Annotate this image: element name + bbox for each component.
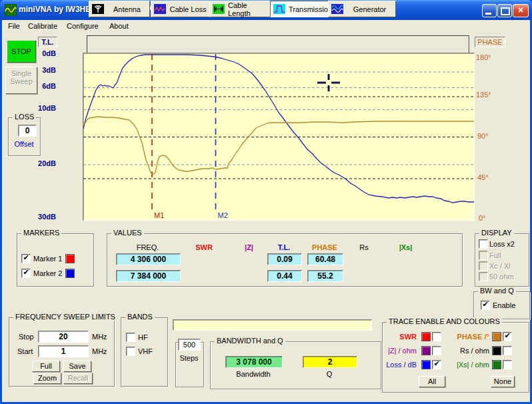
fifty-ohm-checkbox bbox=[479, 272, 488, 281]
chart-canvas: M1M2 bbox=[83, 53, 474, 220]
trace-rs-checkbox[interactable] bbox=[503, 346, 512, 355]
trace-loss-swatch[interactable] bbox=[421, 360, 431, 369]
trace-all-button[interactable]: All bbox=[419, 376, 445, 387]
loss-x2-checkbox[interactable] bbox=[479, 239, 488, 249]
save-button[interactable]: Save bbox=[63, 361, 91, 372]
phase-tick-180: 180° bbox=[476, 53, 500, 61]
tl-tick-10db: 10dB bbox=[29, 104, 56, 112]
start-freq-input[interactable]: 1 bbox=[38, 345, 89, 357]
steps-label: Steps bbox=[175, 354, 203, 362]
xc-xl-checkbox bbox=[479, 261, 488, 271]
tab-transmission[interactable]: Transmission bbox=[270, 1, 333, 17]
tab-cable-length-label: Cable Length bbox=[228, 1, 267, 17]
marker2-phase-field: 55.2 bbox=[307, 270, 343, 282]
trace-z-checkbox[interactable] bbox=[432, 346, 441, 355]
trace-xs-checkbox[interactable] bbox=[503, 360, 512, 369]
recall-button[interactable]: Recall bbox=[63, 373, 93, 384]
trace-phase-checkbox[interactable] bbox=[503, 332, 512, 341]
trace-xs-label: |Xs| / ohm bbox=[449, 361, 489, 369]
marker1-phase-field: 60.48 bbox=[307, 253, 343, 265]
tab-generator-label: Generator bbox=[353, 5, 387, 13]
phase-axis-title: PHASE bbox=[475, 37, 505, 47]
trace-loss-checkbox[interactable] bbox=[432, 360, 441, 369]
bandwidth-group-title: BANDWIDTH and Q bbox=[215, 337, 285, 345]
bandwidth-label: Bandwidth bbox=[225, 370, 281, 378]
trace-phase-swatch[interactable] bbox=[492, 332, 501, 341]
menu-file[interactable]: File bbox=[5, 21, 23, 31]
bandwidth-field: 3 078 000 bbox=[225, 356, 283, 368]
values-header-swr: SWR bbox=[187, 243, 221, 251]
trace-swr-swatch[interactable] bbox=[421, 332, 431, 341]
trace-z-swatch[interactable] bbox=[421, 346, 431, 355]
sweep-chart[interactable]: M1M2 bbox=[83, 53, 475, 221]
trace-phase-label: PHASE /° bbox=[449, 333, 489, 341]
sweep-limits-group: FREQUENCY SWEEP LIMITS Stop 20 MHz Start… bbox=[9, 317, 115, 387]
message-field[interactable] bbox=[173, 319, 372, 331]
start-label: Start bbox=[17, 347, 33, 355]
vhf-label: VHF bbox=[138, 347, 153, 355]
full-checkbox bbox=[479, 251, 488, 260]
loss-group: LOSS 0 Offset bbox=[8, 117, 41, 156]
menu-bar: File Calibrate Configure About bbox=[2, 20, 530, 31]
trace-group: TRACE ENABLE AND COLOURS SWR PHASE /° |Z… bbox=[382, 322, 529, 393]
values-group-title: VALUES bbox=[111, 229, 144, 237]
marker2-checkbox[interactable] bbox=[21, 269, 31, 278]
phase-tick-0: 0° bbox=[479, 214, 503, 222]
marker2-label: Marker 2 bbox=[33, 269, 62, 277]
menu-calibrate[interactable]: Calibrate bbox=[25, 21, 60, 31]
minimize-button[interactable] bbox=[482, 4, 497, 17]
tab-antenna[interactable]: Antenna bbox=[89, 1, 150, 17]
minivna-window: miniVNA by IW3HEV & IW3IJZ - 2 Port - RS… bbox=[0, 0, 532, 404]
trace-group-title: TRACE ENABLE AND COLOURS bbox=[387, 317, 502, 325]
sweep-limits-title: FREQUENCY SWEEP LIMITS bbox=[13, 313, 117, 321]
tl-tick-3db: 3dB bbox=[29, 66, 56, 74]
tl-axis-title: T.L. bbox=[38, 37, 57, 47]
marker1-freq-field[interactable]: 4 306 000 bbox=[116, 253, 181, 265]
values-group: VALUES FREQ. SWR |Z| T.L. PHASE Rs |Xs| … bbox=[107, 233, 463, 287]
loss-offset-label: Offset bbox=[9, 140, 39, 148]
full-span-button[interactable]: Full bbox=[32, 361, 60, 372]
steps-input[interactable]: 500 bbox=[178, 339, 201, 351]
values-header-phase: PHASE bbox=[307, 243, 342, 251]
minimize-icon bbox=[485, 13, 491, 15]
zoom-button[interactable]: Zoom bbox=[33, 373, 61, 384]
trace-swr-checkbox[interactable] bbox=[432, 332, 441, 341]
phase-tick-45: 45° bbox=[477, 173, 501, 181]
markers-group-title: MARKERS bbox=[21, 229, 61, 237]
generator-icon bbox=[331, 4, 343, 14]
maximize-button[interactable] bbox=[497, 4, 512, 17]
menu-configure[interactable]: Configure bbox=[64, 21, 101, 31]
menu-about[interactable]: About bbox=[107, 21, 131, 31]
stop-freq-input[interactable]: 20 bbox=[38, 331, 89, 343]
marker2-freq-field[interactable]: 7 384 000 bbox=[116, 270, 181, 282]
bwq-group-title: BW and Q bbox=[478, 287, 516, 295]
fifty-ohm-label: 50 ohm bbox=[489, 273, 514, 281]
trace-rs-swatch[interactable] bbox=[492, 346, 501, 355]
q-label: Q bbox=[303, 370, 356, 378]
tab-generator[interactable]: Generator bbox=[328, 1, 396, 17]
vhf-checkbox[interactable] bbox=[126, 347, 135, 356]
loss-x2-label: Loss x2 bbox=[489, 240, 515, 248]
trace-swr-label: SWR bbox=[383, 333, 417, 341]
loss-offset-input[interactable]: 0 bbox=[18, 125, 37, 137]
tab-cable-length[interactable]: Cable Length bbox=[209, 1, 271, 17]
trace-none-button[interactable]: None bbox=[491, 376, 515, 387]
maximize-icon bbox=[501, 7, 510, 15]
tab-cable-loss[interactable]: Cable Loss bbox=[151, 1, 210, 17]
stop-unit-label: MHz bbox=[92, 333, 107, 341]
bwq-enable-checkbox[interactable] bbox=[481, 301, 490, 310]
tl-tick-30db: 30dB bbox=[29, 213, 56, 221]
app-icon bbox=[5, 4, 17, 16]
marker2-color-swatch[interactable] bbox=[65, 269, 75, 278]
trace-rs-label: Rs / ohm bbox=[449, 347, 489, 355]
tab-antenna-label: Antenna bbox=[113, 5, 141, 13]
trace-z-label: |Z| / ohm bbox=[383, 347, 417, 355]
values-header-tl: T.L. bbox=[267, 243, 301, 251]
marker1-checkbox[interactable] bbox=[21, 254, 31, 263]
trace-xs-swatch[interactable] bbox=[492, 360, 501, 369]
tl-tick-20db: 20dB bbox=[29, 159, 56, 167]
hf-checkbox[interactable] bbox=[126, 333, 135, 342]
tl-tick-6db: 6dB bbox=[29, 82, 56, 90]
marker1-color-swatch[interactable] bbox=[65, 254, 75, 263]
close-button[interactable]: ✕ bbox=[513, 4, 529, 17]
